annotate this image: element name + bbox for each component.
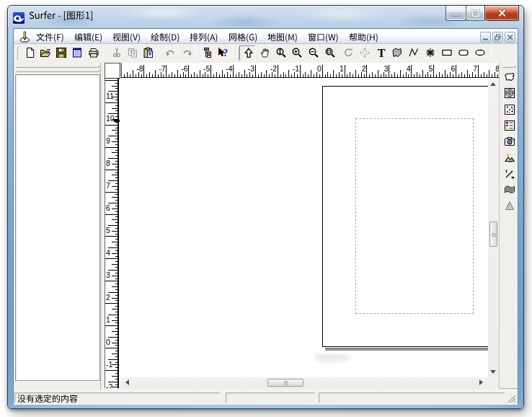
svg-text:2: 2 (106, 292, 110, 301)
svg-text:3: 3 (384, 64, 388, 73)
svg-text:5: 5 (428, 64, 433, 73)
svg-text:2: 2 (361, 64, 365, 73)
svg-text:3: 3 (106, 270, 110, 278)
svg-text:10: 10 (106, 114, 115, 123)
svg-text:T: T (377, 47, 385, 58)
svg-text:-5: -5 (203, 64, 210, 73)
svg-text:6: 6 (451, 64, 455, 73)
svg-text:-1: -1 (106, 359, 112, 368)
svg-text:-6: -6 (181, 64, 187, 73)
svg-text:8: 8 (106, 159, 110, 167)
svg-text:?: ? (223, 48, 228, 58)
svg-text:1: 1 (106, 315, 110, 323)
svg-text:-2: -2 (270, 64, 276, 73)
svg-text:5: 5 (106, 225, 110, 234)
svg-text:0: 0 (317, 64, 322, 73)
svg-text:-4: -4 (225, 64, 231, 73)
svg-text:11: 11 (106, 92, 114, 100)
svg-text:4: 4 (406, 64, 410, 73)
svg-text:0: 0 (106, 337, 110, 346)
svg-text:-1: -1 (292, 64, 298, 73)
svg-text:7: 7 (106, 181, 110, 190)
svg-text:-3: -3 (247, 64, 254, 73)
svg-text:1: 1 (339, 64, 343, 73)
svg-text:9: 9 (106, 136, 110, 145)
svg-text:7: 7 (473, 64, 477, 73)
svg-text:-7: -7 (159, 64, 165, 73)
svg-text:4: 4 (106, 247, 110, 256)
svg-text:6: 6 (106, 203, 110, 212)
svg-text:-8: -8 (136, 64, 143, 73)
